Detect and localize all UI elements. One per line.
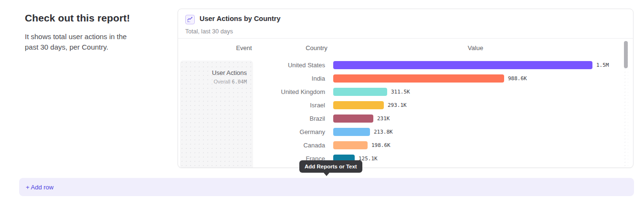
- value-bar[interactable]: [333, 74, 504, 83]
- report-card[interactable]: User Actions by Country Total, last 30 d…: [178, 9, 633, 168]
- value-bar[interactable]: [333, 114, 373, 123]
- report-subtitle: Total, last 30 days: [185, 28, 233, 35]
- value-label: 213.8K: [374, 129, 393, 135]
- report-card-header: User Actions by Country Total, last 30 d…: [178, 9, 633, 39]
- tooltip-label: Add Reports or Text: [305, 164, 357, 169]
- country-label: Germany: [178, 128, 325, 135]
- country-label: India: [178, 75, 325, 82]
- value-bar[interactable]: [333, 141, 368, 149]
- scrollbar-thumb[interactable]: [624, 41, 628, 68]
- chart-row: United States1.5M: [178, 58, 623, 72]
- value-bar[interactable]: [333, 101, 384, 109]
- page-title: Check out this report!: [25, 12, 158, 24]
- insights-chart-icon: [185, 15, 195, 24]
- chart-rows: United States1.5MIndia988.6KUnited Kingd…: [178, 58, 623, 165]
- value-label: 231K: [377, 115, 390, 122]
- value-label: 311.5K: [391, 89, 410, 95]
- column-header-event: Event: [236, 44, 252, 52]
- report-table: Event Country Value User Actions Overall…: [178, 39, 633, 168]
- scrollbar-track[interactable]: [623, 41, 628, 167]
- chart-row: India988.6K: [178, 72, 623, 85]
- country-label: Israel: [178, 102, 325, 109]
- country-label: Canada: [178, 142, 325, 149]
- value-label: 1.5M: [596, 62, 609, 68]
- intro-block: Check out this report! It shows total us…: [25, 12, 158, 52]
- value-label: 198.6K: [371, 142, 391, 148]
- value-bar[interactable]: [333, 128, 370, 136]
- chart-row: Germany213.8K: [178, 125, 623, 138]
- chart-row: France125.1K: [178, 152, 623, 165]
- add-reports-tooltip: Add Reports or Text: [299, 160, 362, 173]
- report-title: User Actions by Country: [200, 15, 280, 22]
- chart-row: Brazil231K: [178, 112, 623, 125]
- value-bar[interactable]: [333, 88, 387, 96]
- country-label: Brazil: [178, 115, 325, 122]
- add-row-button[interactable]: + Add row: [19, 178, 634, 196]
- page-description: It shows total user actions in the past …: [25, 31, 142, 52]
- value-bar[interactable]: [333, 61, 592, 69]
- chart-row: Canada198.6K: [178, 138, 623, 152]
- country-label: United States: [178, 62, 325, 69]
- column-header-country: Country: [306, 44, 327, 52]
- value-label: 988.6K: [508, 75, 527, 82]
- column-header-value: Value: [468, 44, 483, 52]
- chart-row: United Kingdom311.5K: [178, 85, 623, 98]
- tooltip-arrow-icon: [324, 173, 329, 176]
- country-label: United Kingdom: [178, 88, 325, 95]
- add-row-label: + Add row: [26, 184, 53, 191]
- chart-row: Israel293.1K: [178, 98, 623, 112]
- value-label: 293.1K: [388, 102, 407, 108]
